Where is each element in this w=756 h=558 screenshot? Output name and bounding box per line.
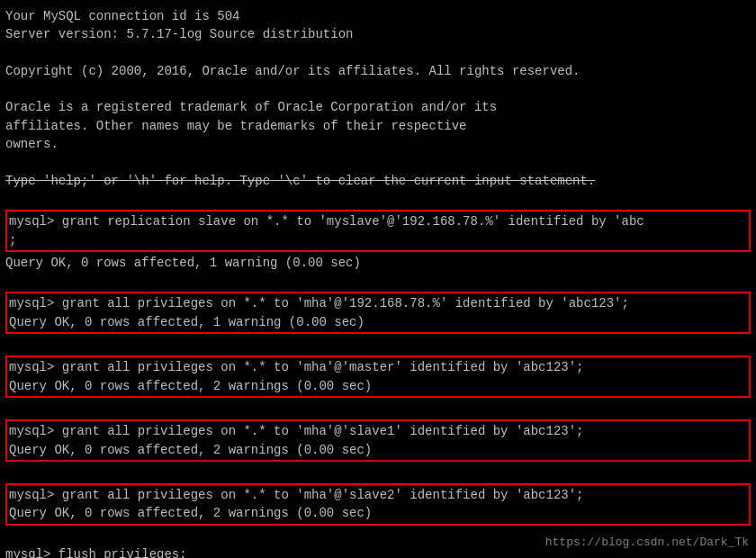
cmd-mha-master: mysql> grant all privileges on *.* to 'm… bbox=[9, 358, 747, 376]
line-empty-8 bbox=[5, 464, 751, 482]
line-oracle-3: owners. bbox=[5, 135, 751, 153]
block-mha-remote: mysql> grant all privileges on *.* to 'm… bbox=[5, 292, 751, 334]
line-empty-1 bbox=[5, 44, 751, 62]
line-oracle-1: Oracle is a registered trademark of Orac… bbox=[5, 98, 751, 116]
cmd-mha-slave1: mysql> grant all privileges on *.* to 'm… bbox=[9, 422, 747, 440]
line-server-version: Server version: 5.7.17-log Source distri… bbox=[5, 25, 751, 43]
result-replication-slave: Query OK, 0 rows affected, 1 warning (0.… bbox=[5, 254, 751, 272]
block-mha-slave2: mysql> grant all privileges on *.* to 'm… bbox=[5, 483, 751, 526]
block-mha-master: mysql> grant all privileges on *.* to 'm… bbox=[5, 356, 751, 398]
line-empty-4 bbox=[5, 190, 751, 208]
result-mha-remote: Query OK, 0 rows affected, 1 warning (0.… bbox=[9, 313, 747, 331]
line-help-hint: Type 'help;' or '\h' for help. Type '\c'… bbox=[5, 172, 751, 190]
line-empty-7 bbox=[5, 400, 751, 418]
result-mha-master: Query OK, 0 rows affected, 2 warnings (0… bbox=[9, 377, 747, 395]
cmd-replication-slave: mysql> grant replication slave on *.* to… bbox=[9, 212, 747, 230]
block-replication-slave: mysql> grant replication slave on *.* to… bbox=[5, 210, 751, 252]
line-connection-id: Your MySQL connection id is 504 bbox=[5, 7, 751, 25]
line-empty-5 bbox=[5, 272, 751, 290]
watermark: https://blog.csdn.net/Dark_Tk bbox=[545, 536, 749, 549]
block-mha-slave1: mysql> grant all privileges on *.* to 'm… bbox=[5, 419, 751, 462]
line-empty-3 bbox=[5, 153, 751, 171]
line-copyright: Copyright (c) 2000, 2016, Oracle and/or … bbox=[5, 62, 751, 80]
cmd-mha-remote: mysql> grant all privileges on *.* to 'm… bbox=[9, 294, 747, 312]
result-mha-slave1: Query OK, 0 rows affected, 2 warnings (0… bbox=[9, 441, 747, 459]
result-mha-slave2: Query OK, 0 rows affected, 2 warnings (0… bbox=[9, 504, 747, 522]
line-empty-6 bbox=[5, 336, 751, 354]
cmd-replication-slave-cont: ; bbox=[9, 231, 747, 249]
terminal: Your MySQL connection id is 504 Server v… bbox=[0, 0, 756, 558]
cmd-mha-slave2: mysql> grant all privileges on *.* to 'm… bbox=[9, 486, 747, 504]
line-oracle-2: affiliates. Other names may be trademark… bbox=[5, 117, 751, 135]
line-empty-2 bbox=[5, 80, 751, 98]
